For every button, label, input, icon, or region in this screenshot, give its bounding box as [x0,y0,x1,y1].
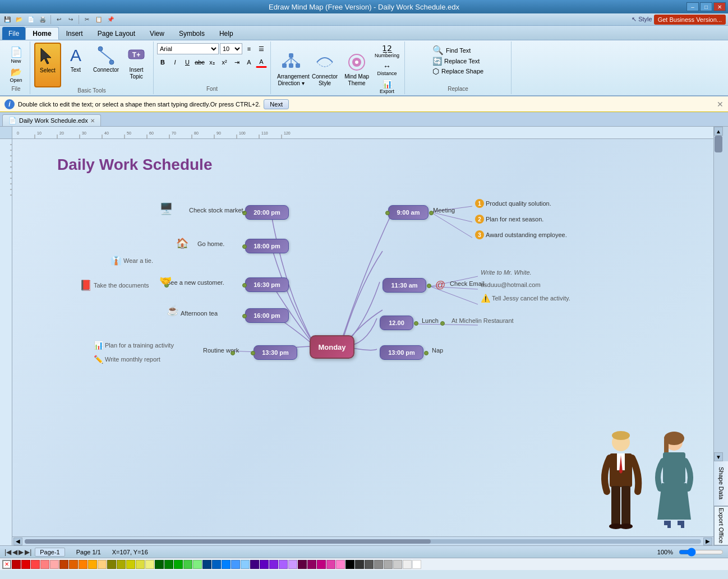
text-button[interactable]: A Text [63,43,89,87]
color-swatch[interactable] [174,560,183,569]
color-swatch[interactable] [79,560,87,569]
arrangement-button[interactable]: ArrangementDirection ▾ [274,49,308,94]
scroll-thumb[interactable] [25,539,431,544]
tab-file[interactable]: File [2,27,25,40]
font-color-btn[interactable]: A [256,57,267,68]
get-business-btn[interactable]: Get Business Version... [654,15,726,25]
connector-style-button[interactable]: ConnectorStyle [309,49,340,94]
color-swatch[interactable] [241,560,250,569]
color-swatch[interactable] [269,560,278,569]
color-swatch[interactable] [40,560,49,569]
tab-home[interactable]: Home [25,27,58,40]
color-swatch[interactable] [117,560,126,569]
color-swatch[interactable] [88,560,97,569]
color-swatch[interactable] [336,560,345,569]
scroll-left-btn[interactable]: ◀ [13,538,22,545]
color-swatch[interactable] [126,560,135,569]
color-swatch[interactable] [412,560,421,569]
maximize-button[interactable]: □ [700,2,712,11]
color-swatch[interactable] [31,560,40,569]
new-btn[interactable]: 📄New [8,45,24,65]
qa-paste[interactable]: 📌 [105,15,116,25]
open-btn[interactable]: 📂Open [8,66,24,84]
time-node-1330[interactable]: 13:30 pm [254,345,297,360]
underline-button[interactable]: U [182,57,193,68]
mind-map-theme-button[interactable]: Mind MapTheme [342,49,372,94]
color-swatch[interactable] [12,560,21,569]
time-node-1200[interactable]: 12.00 [380,316,413,330]
strikethrough-button[interactable]: abc [194,57,205,68]
numbering-button[interactable]: 1̲2̲ Numbering [373,43,401,59]
no-fill-swatch[interactable]: ✕ [2,560,11,569]
connector-button[interactable]: Connector [90,43,122,87]
color-swatch[interactable] [193,560,202,569]
color-swatch[interactable] [279,560,288,569]
export-data-button[interactable]: 📊 ExportData [373,78,401,96]
tab-close-button[interactable]: ✕ [90,118,95,124]
scroll-up-btn[interactable]: ▲ [714,127,723,136]
v-scroll-thumb[interactable] [715,136,722,152]
scroll-down-btn[interactable]: ▼ [714,452,723,461]
scroll-right-btn[interactable]: ▶ [703,538,712,545]
qa-copy[interactable]: 📋 [94,15,104,25]
qa-save[interactable]: 💾 [2,15,12,25]
center-node[interactable]: Monday [310,335,354,359]
color-swatch[interactable] [155,560,164,569]
time-node-1300[interactable]: 13:00 pm [380,345,423,360]
color-swatch[interactable] [307,560,316,569]
color-swatch[interactable] [202,560,211,569]
time-node-1630[interactable]: 16:30 pm [245,277,289,292]
color-swatch[interactable] [326,560,335,569]
qa-redo[interactable]: ↪ [66,15,76,25]
color-swatch[interactable] [317,560,326,569]
font-family-select[interactable]: Arial [157,43,219,54]
color-swatch[interactable] [384,560,393,569]
qa-print[interactable]: 🖨️ [38,15,48,25]
color-swatch[interactable] [345,560,354,569]
find-text-button[interactable]: 🔍 Find Text [432,45,471,55]
color-swatch[interactable] [136,560,145,569]
next-page-btn[interactable]: ▶ [19,548,24,556]
color-swatch[interactable] [374,560,383,569]
color-swatch[interactable] [260,560,269,569]
increase-indent-btn[interactable]: ⇥ [231,57,242,68]
color-swatch[interactable] [288,560,297,569]
color-swatch[interactable] [164,560,173,569]
color-swatch[interactable] [183,560,192,569]
color-swatch[interactable] [365,560,374,569]
color-swatch[interactable] [21,560,30,569]
shape-data-tab[interactable]: Shape Data [714,461,728,506]
document-tab[interactable]: 📄 Daily Work Schedule.edx ✕ [2,114,101,126]
color-swatch[interactable] [231,560,240,569]
first-page-btn[interactable]: |◀ [4,548,11,556]
zoom-slider[interactable] [679,548,724,557]
bullet-btn[interactable]: ☰ [256,43,267,54]
time-node-2000[interactable]: 20:00 pm [245,205,289,220]
qa-undo[interactable]: ↩ [54,15,64,25]
align-left-btn[interactable]: ≡ [243,43,255,54]
color-swatch[interactable] [69,560,78,569]
color-swatch[interactable] [403,560,412,569]
close-button[interactable]: ✕ [713,2,726,11]
minimize-button[interactable]: – [686,2,699,11]
color-swatch[interactable] [107,560,116,569]
select-button[interactable]: Select [34,43,61,87]
font-size-select[interactable]: 10 [220,43,242,54]
export-office-tab[interactable]: Export Office [714,506,728,545]
color-swatch[interactable] [212,560,221,569]
distance-button[interactable]: ↔ Distance [373,61,401,77]
tab-help[interactable]: Help [212,27,241,40]
color-swatch[interactable] [59,560,68,569]
mind-map-canvas[interactable]: Daily Work Schedule [12,139,713,536]
color-swatch[interactable] [50,560,59,569]
tab-page-layout[interactable]: Page Layout [90,27,142,40]
time-node-9am[interactable]: 9:00 am [388,205,428,220]
color-swatch[interactable] [298,560,307,569]
last-page-btn[interactable]: ▶| [25,548,31,556]
color-swatch[interactable] [250,560,259,569]
qa-open[interactable]: 📂 [14,15,24,25]
time-node-1600[interactable]: 16:00 pm [245,308,289,323]
next-button[interactable]: Next [264,99,289,109]
superscript-button[interactable]: x² [219,57,230,68]
tab-insert[interactable]: Insert [59,27,90,40]
